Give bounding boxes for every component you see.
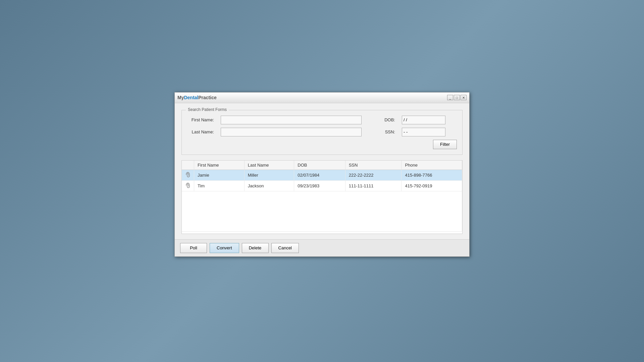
title-bar-left: MyDentalPractice — [177, 95, 217, 100]
row-icon-cell — [182, 170, 194, 180]
results-table: First Name Last Name DOB SSN Phone — [182, 161, 462, 232]
minimize-button[interactable]: _ — [447, 95, 453, 100]
delete-button[interactable]: Delete — [242, 243, 269, 253]
table-header: First Name Last Name DOB SSN Phone — [182, 161, 462, 170]
window-body: Search Patient Forms First Name: DOB: La… — [175, 103, 469, 239]
app-title: MyDentalPractice — [177, 95, 217, 100]
cancel-button[interactable]: Cancel — [271, 243, 299, 253]
row-first-name: Tim — [194, 180, 245, 191]
title-my: My — [177, 95, 184, 100]
col-phone: Phone — [401, 161, 462, 170]
last-name-row: Last Name: SSN: — [187, 128, 457, 136]
search-group: Search Patient Forms First Name: DOB: La… — [181, 110, 463, 155]
close-button[interactable]: ✕ — [461, 95, 467, 100]
row-phone: 415-792-0919 — [401, 180, 462, 191]
empty-row — [182, 191, 462, 231]
row-dob: 02/07/1984 — [294, 170, 345, 180]
first-name-label: First Name: — [187, 117, 214, 122]
attachment-icon — [185, 172, 191, 178]
bottom-bar: Poll Convert Delete Cancel — [175, 239, 469, 256]
attachment-icon — [185, 182, 191, 188]
ssn-input[interactable] — [402, 128, 445, 136]
first-name-input[interactable] — [221, 116, 362, 124]
dob-input[interactable] — [402, 116, 445, 124]
col-first-name: First Name — [194, 161, 245, 170]
row-first-name: Jamie — [194, 170, 245, 180]
last-name-input[interactable] — [221, 128, 362, 136]
ssn-label: SSN: — [368, 129, 395, 134]
col-dob: DOB — [294, 161, 345, 170]
dob-label: DOB: — [368, 117, 395, 122]
col-ssn: SSN — [345, 161, 401, 170]
window-controls: _ □ ✕ — [447, 95, 467, 100]
row-last-name: Miller — [244, 170, 294, 180]
title-dental: Dental — [184, 95, 198, 100]
row-ssn: 111-11-1111 — [345, 180, 401, 191]
row-phone: 415-898-7766 — [401, 170, 462, 180]
row-dob: 09/23/1983 — [294, 180, 345, 191]
row-ssn: 222-22-2222 — [345, 170, 401, 180]
table-row[interactable]: Jamie Miller 02/07/1984 222-22-2222 415-… — [182, 170, 462, 180]
first-name-row: First Name: DOB: — [187, 116, 457, 124]
title-bar: MyDentalPractice _ □ ✕ — [175, 93, 469, 103]
filter-row: Filter — [187, 140, 457, 149]
filter-button[interactable]: Filter — [433, 140, 457, 149]
convert-button[interactable]: Convert — [210, 243, 239, 253]
table-row[interactable]: Tim Jackson 09/23/1983 111-11-1111 415-7… — [182, 180, 462, 191]
search-group-legend: Search Patient Forms — [186, 107, 229, 112]
results-table-container: First Name Last Name DOB SSN Phone — [181, 160, 463, 234]
col-last-name: Last Name — [244, 161, 294, 170]
maximize-button[interactable]: □ — [454, 95, 460, 100]
last-name-label: Last Name: — [187, 129, 214, 134]
main-window: MyDentalPractice _ □ ✕ Search Patient Fo… — [174, 92, 470, 257]
row-last-name: Jackson — [244, 180, 294, 191]
row-icon-cell — [182, 180, 194, 191]
title-practice: Practice — [198, 95, 216, 100]
table-body: Jamie Miller 02/07/1984 222-22-2222 415-… — [182, 170, 462, 231]
table-header-row: First Name Last Name DOB SSN Phone — [182, 161, 462, 170]
poll-button[interactable]: Poll — [180, 243, 207, 253]
col-icon — [182, 161, 194, 170]
